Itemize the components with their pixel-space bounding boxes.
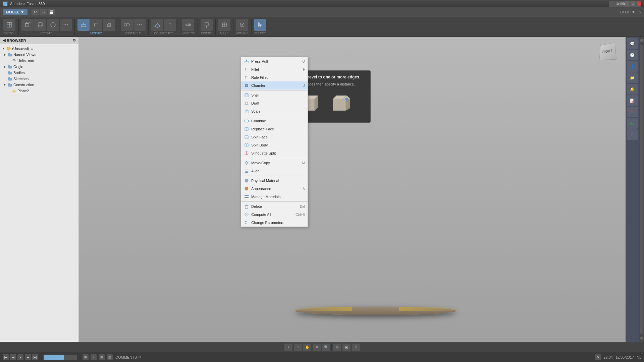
modify-presspull-button[interactable]	[77, 19, 90, 31]
menu-item-replace-face[interactable]: Replace Face	[241, 125, 308, 133]
model-menu-button[interactable]: MODEL ▼	[3, 9, 28, 15]
help-button[interactable]: ?	[639, 10, 641, 14]
play-prev-button[interactable]: ◀	[10, 354, 16, 360]
tree-item-units[interactable]: Units: mm	[0, 58, 78, 64]
play-begin-button[interactable]: |◀	[3, 354, 9, 360]
timeline-area[interactable]	[44, 355, 77, 360]
tree-label-plane2: Plane2	[17, 89, 29, 93]
settings-button[interactable]: ⚙	[595, 354, 601, 360]
timeline-icon-2[interactable]: ≡	[91, 354, 97, 360]
menu-item-draft[interactable]: Draft	[241, 99, 308, 107]
create-sphere-button[interactable]	[47, 19, 59, 31]
create-box-button[interactable]	[21, 19, 34, 31]
select-button[interactable]	[254, 19, 266, 31]
construct-axis-button[interactable]	[164, 19, 176, 31]
menu-item-silhouette-split[interactable]: Silhouette Split	[241, 149, 308, 157]
browser-collapse-icon[interactable]: ◀	[3, 38, 5, 43]
menu-item-change-parameters[interactable]: Σ Change Parameters	[241, 219, 308, 227]
maximize-button[interactable]: □	[631, 1, 635, 6]
nav-cube-box[interactable]: RIGHT	[599, 43, 616, 60]
save-button[interactable]: 💾	[48, 9, 55, 15]
rsb-bell-button[interactable]: 🔔	[627, 84, 638, 95]
play-next-button[interactable]: ▶	[25, 354, 31, 360]
redo-button[interactable]: ↪	[40, 9, 47, 15]
cursor-tool-button[interactable]: ⌖	[284, 344, 292, 351]
close-button[interactable]: ✕	[637, 1, 641, 6]
make-button[interactable]	[218, 19, 230, 31]
minimize-button[interactable]: ─	[625, 1, 629, 6]
rsb-excel-button[interactable]: XL	[627, 118, 638, 129]
timeline-icon-4[interactable]: ▤	[107, 354, 113, 360]
modify-chamfer-button[interactable]	[103, 19, 115, 31]
menu-item-rule-fillet[interactable]: Rule Fillet	[241, 73, 308, 81]
create-more-button[interactable]	[60, 19, 72, 31]
svg-marker-17	[82, 22, 85, 25]
menu-item-manage-materials[interactable]: Manage Materials	[241, 193, 308, 201]
menu-item-appearance[interactable]: Appearance A	[241, 185, 308, 193]
menu-item-fillet[interactable]: Fillet F	[241, 65, 308, 73]
tree-item-plane2[interactable]: Plane2	[0, 88, 78, 94]
tree-item-unsaved[interactable]: ▼ (Unsaved) ⚙	[0, 46, 78, 52]
menu-item-move-copy[interactable]: Move/Copy M	[241, 159, 308, 167]
display-mode-2-button[interactable]: ⊟	[352, 344, 360, 351]
svg-rect-52	[8, 83, 10, 84]
rsb-chat-button[interactable]: 💬	[627, 38, 638, 49]
modify-fillet-button[interactable]	[90, 19, 102, 31]
unsaved-settings-icon[interactable]: ⚙	[31, 47, 34, 51]
browser-settings-icon[interactable]: ⚙	[72, 38, 76, 43]
svg-marker-72	[246, 161, 247, 162]
scroll-down-arrow[interactable]	[640, 337, 643, 340]
tree-item-sketches[interactable]: Sketches	[0, 76, 78, 82]
pan-tool-button[interactable]: ✋	[303, 344, 311, 351]
undo-button[interactable]: ↩	[32, 9, 39, 15]
menu-item-press-pull[interactable]: Press Pull Q	[241, 57, 308, 65]
addins-button[interactable]	[236, 19, 248, 31]
display-mode-1-button[interactable]: ▣	[342, 344, 351, 351]
rsb-clock-button[interactable]: 🕐	[627, 50, 638, 60]
tree-item-origin[interactable]: ▶ Origin	[0, 64, 78, 70]
rsb-folder-button[interactable]: 📁	[627, 72, 638, 83]
grid-button[interactable]: ⊞	[333, 344, 341, 351]
menu-item-align[interactable]: Align	[241, 167, 308, 175]
tree-item-bodies[interactable]: Bodies	[0, 70, 78, 76]
menu-label-draft: Draft	[251, 101, 303, 105]
play-end-button[interactable]: ▶|	[32, 354, 38, 360]
menu-item-scale[interactable]: Scale	[241, 107, 308, 115]
rsb-f-button[interactable]: F	[627, 129, 638, 140]
svg-rect-76	[245, 170, 248, 170]
tree-item-named-views[interactable]: ▶ Named Views	[0, 52, 78, 58]
viewport[interactable]: RIGHT Z▼ Press Pull Q	[79, 37, 626, 342]
menu-item-chamfer[interactable]: Chamfer J	[241, 81, 308, 89]
rsb-person-button[interactable]: 👤	[627, 61, 638, 72]
inspect-measure-button[interactable]	[182, 19, 194, 31]
scrollbar-track[interactable]	[640, 45, 643, 334]
zoom-fit-button[interactable]: ⊕	[313, 344, 321, 351]
sketch-button[interactable]	[3, 19, 15, 31]
menu-item-split-body[interactable]: Split Body	[241, 141, 308, 149]
menu-item-combine[interactable]: Combine	[241, 117, 308, 125]
menu-item-delete[interactable]: Delete Del	[241, 202, 308, 210]
svg-rect-78	[245, 172, 248, 173]
menu-item-shell[interactable]: Shell	[241, 91, 308, 99]
menu-item-compute-all[interactable]: Compute All Ctrl+B	[241, 210, 308, 219]
play-stop-button[interactable]: ■	[17, 354, 23, 360]
home-view-button[interactable]: ⌂	[294, 344, 302, 351]
construct-plane-button[interactable]	[151, 19, 163, 31]
comments-settings-icon[interactable]: ⚙	[138, 355, 142, 359]
assemble-more-button[interactable]	[133, 19, 146, 31]
assemble-joint-button[interactable]	[121, 19, 133, 31]
timeline-icon-3[interactable]: ⊟	[99, 354, 105, 360]
menu-item-split-face[interactable]: Split Face	[241, 133, 308, 141]
nav-cube[interactable]: RIGHT Z▼	[595, 40, 619, 63]
scroll-up-arrow[interactable]	[640, 39, 643, 42]
scale-icon	[244, 109, 249, 114]
menu-item-physical-material[interactable]: Physical Material	[241, 177, 308, 185]
rsb-pdf-button[interactable]: PDF	[627, 107, 638, 117]
zoom-tool-button[interactable]: 🔍	[322, 344, 330, 351]
rsb-bar-chart-button[interactable]: 📊	[627, 95, 638, 106]
timeline-icon-1[interactable]: ⊞	[83, 354, 89, 360]
tree-item-construction[interactable]: ▼ Construction	[0, 82, 78, 88]
menu-sep-5	[241, 201, 308, 202]
create-cylinder-button[interactable]	[34, 19, 46, 31]
insert-button[interactable]	[201, 19, 213, 31]
